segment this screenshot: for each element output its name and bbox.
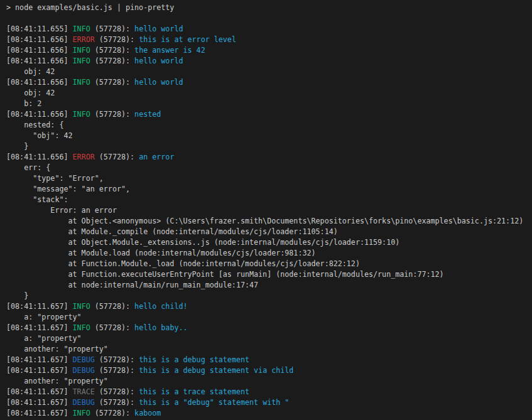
log-pid: (57728): (90, 78, 134, 87)
log-message: this is a trace statement (139, 387, 249, 396)
log-detail-line: at Module._compile (node:internal/module… (6, 227, 532, 237)
log-pid: (57728): (95, 153, 139, 161)
log-level-badge: INFO (73, 24, 90, 33)
log-message: this is at error level (139, 35, 236, 44)
log-detail-line: at node:internal/main/run_main_module:17… (6, 280, 532, 291)
log-pid: (57728): (95, 387, 139, 396)
log-detail-line: b: 2 (6, 99, 532, 109)
log-detail-line: "message": "an error", (6, 184, 532, 195)
log-line: [08:41:11.656] INFO (57728): the answer … (6, 45, 532, 56)
log-line: [08:41:11.657] DEBUG (57728): this is a … (6, 397, 532, 408)
log-detail-line: Error: an error (6, 205, 532, 216)
log-level-badge: INFO (73, 323, 90, 332)
log-line: [08:41:11.656] INFO (57728): hello world (6, 56, 532, 67)
log-line: [08:41:11.657] INFO (57728): hello child… (6, 301, 532, 312)
log-detail-line: at Object.Module._extensions..js (node:i… (6, 237, 532, 248)
log-detail-line: obj: 42 (6, 88, 532, 99)
log-message: this is a debug statement (139, 355, 249, 364)
log-timestamp: [08:41:11.657] (6, 302, 73, 311)
log-timestamp: [08:41:11.656] (6, 57, 73, 65)
terminal-viewport[interactable]: > node examples/basic.js | pino-pretty [… (0, 0, 532, 420)
log-line: [08:41:11.657] INFO (57728): kaboom (6, 408, 532, 419)
log-pid: (57728): (90, 46, 134, 55)
log-pid: (57728): (95, 398, 139, 407)
log-level-badge: INFO (73, 57, 90, 65)
log-level-badge: INFO (73, 302, 90, 311)
log-line: [08:41:11.656] ERROR (57728): an error (6, 152, 532, 163)
log-level-badge: DEBUG (73, 366, 95, 375)
log-line: [08:41:11.657] INFO (57728): hello baby.… (6, 323, 532, 333)
log-timestamp: [08:41:11.656] (6, 78, 73, 87)
log-detail-line: } (6, 291, 532, 301)
log-timestamp: [08:41:11.655] (6, 24, 73, 33)
log-message: hello child! (134, 302, 187, 311)
log-detail-line: at Object.<anonymous> (C:\Users\frazer.s… (6, 216, 532, 227)
terminal-output: > node examples/basic.js | pino-pretty [… (6, 3, 532, 419)
log-line: [08:41:11.657] TRACE (57728): this is a … (6, 387, 532, 397)
log-detail-line: at Function.Module._load (node:internal/… (6, 259, 532, 269)
log-message: hello world (134, 78, 183, 87)
log-detail-line: a: "property" (6, 312, 532, 323)
log-pid: (57728): (90, 323, 134, 332)
log-pid: (57728): (95, 355, 139, 364)
log-message: this is a debug statement via child (139, 366, 293, 375)
log-level-badge: ERROR (73, 35, 95, 44)
log-timestamp: [08:41:11.657] (6, 387, 73, 396)
log-timestamp: [08:41:11.657] (6, 355, 73, 364)
log-pid: (57728): (90, 409, 134, 417)
log-detail-line: err: { (6, 163, 532, 173)
log-level-badge: DEBUG (73, 398, 95, 407)
log-level-badge: DEBUG (73, 355, 95, 364)
log-timestamp: [08:41:11.657] (6, 409, 73, 417)
command-line: > node examples/basic.js | pino-pretty (6, 3, 532, 13)
log-line: [08:41:11.656] ERROR (57728): this is at… (6, 35, 532, 45)
log-line: [08:41:11.657] DEBUG (57728): this is a … (6, 365, 532, 376)
log-detail-line: another: "property" (6, 344, 532, 355)
log-message: the answer is 42 (134, 46, 205, 55)
log-timestamp: [08:41:11.656] (6, 110, 73, 119)
log-message: this is a "debug" statement with " (139, 398, 289, 407)
log-level-badge: ERROR (73, 153, 95, 161)
log-message: nested (134, 110, 161, 119)
log-timestamp: [08:41:11.657] (6, 398, 73, 407)
log-detail-line: obj: 42 (6, 67, 532, 77)
log-line: [08:41:11.656] INFO (57728): nested (6, 109, 532, 120)
log-timestamp: [08:41:11.656] (6, 46, 73, 55)
log-detail-line: a: "property" (6, 333, 532, 344)
log-detail-line: } (6, 141, 532, 152)
log-detail-line: at Module.load (node:internal/modules/cj… (6, 248, 532, 259)
log-pid: (57728): (95, 35, 139, 44)
log-pid: (57728): (90, 24, 134, 33)
log-message: kaboom (134, 409, 161, 417)
log-message: hello world (134, 57, 183, 65)
log-pid: (57728): (90, 302, 134, 311)
log-timestamp: [08:41:11.656] (6, 153, 73, 161)
log-message: hello world (134, 24, 183, 33)
log-line: [08:41:11.656] INFO (57728): hello world (6, 77, 532, 88)
log-detail-line: another: "property" (6, 376, 532, 387)
log-detail-line: "stack": (6, 195, 532, 205)
log-level-badge: INFO (73, 409, 90, 417)
log-timestamp: [08:41:11.657] (6, 323, 73, 332)
log-pid: (57728): (90, 110, 134, 119)
log-message: hello baby.. (134, 323, 187, 332)
log-level-badge: INFO (73, 78, 90, 87)
log-timestamp: [08:41:11.657] (6, 366, 73, 375)
log-line: [08:41:11.655] INFO (57728): hello world (6, 24, 532, 35)
log-detail-line: "obj": 42 (6, 131, 532, 141)
blank-line (6, 13, 532, 24)
log-message: an error (139, 153, 174, 161)
log-pid: (57728): (90, 57, 134, 65)
log-level-badge: INFO (73, 110, 90, 119)
log-timestamp: [08:41:11.656] (6, 35, 73, 44)
log-detail-line: at Function.executeUserEntryPoint [as ru… (6, 269, 532, 280)
log-level-badge: INFO (73, 46, 90, 55)
log-pid: (57728): (95, 366, 139, 375)
log-line: [08:41:11.657] DEBUG (57728): this is a … (6, 355, 532, 365)
log-detail-line: nested: { (6, 120, 532, 131)
log-level-badge: TRACE (73, 387, 95, 396)
log-detail-line: "type": "Error", (6, 173, 532, 184)
